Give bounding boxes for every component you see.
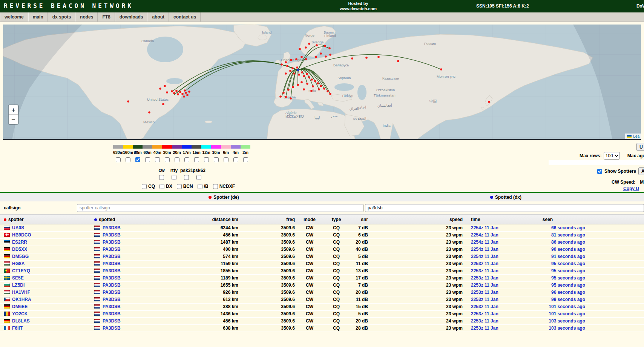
- show-spotters-checkbox[interactable]: [597, 169, 602, 174]
- spotter-dot[interactable]: [324, 45, 326, 47]
- nav-tab-ft8[interactable]: FT8: [98, 12, 115, 21]
- dxwatch-link[interactable]: DxWa: [636, 3, 644, 9]
- spotted-callsign-link[interactable]: PA3DSB: [103, 318, 121, 324]
- column-header-distance[interactable]: distance km: [173, 215, 241, 224]
- map-attribution[interactable]: Lea: [625, 134, 641, 139]
- spotter-dot[interactable]: [285, 96, 287, 98]
- spotter-dot[interactable]: [186, 94, 189, 96]
- spotted-callsign-link[interactable]: PA3DSB: [103, 290, 121, 295]
- spotter-dot[interactable]: [315, 56, 317, 58]
- spotter-callsign-link[interactable]: UA0S: [12, 225, 24, 230]
- spotter-dot[interactable]: [303, 88, 305, 91]
- column-header-freq[interactable]: freq: [241, 215, 298, 224]
- spotter-dot[interactable]: [317, 82, 319, 84]
- spotter-dot[interactable]: [296, 66, 298, 69]
- update-button[interactable]: U: [636, 143, 644, 151]
- spotted-callsign-link[interactable]: PA3DSB: [103, 225, 121, 230]
- band-checkbox-17m[interactable]: [184, 157, 189, 162]
- spotter-dot[interactable]: [282, 92, 285, 94]
- spotter-dot[interactable]: [306, 83, 308, 85]
- spotter-dot[interactable]: [301, 71, 303, 74]
- spotter-dot[interactable]: [290, 97, 292, 100]
- spotter-dot[interactable]: [188, 91, 190, 93]
- nav-tab-about[interactable]: about: [147, 12, 169, 21]
- spotter-dot[interactable]: [290, 59, 292, 61]
- spotter-dot[interactable]: [301, 81, 303, 83]
- time-link[interactable]: 2254z 11 Jan: [471, 232, 498, 238]
- type-checkbox-DX[interactable]: [159, 184, 164, 189]
- spotter-dot[interactable]: [440, 68, 442, 71]
- column-header-speed[interactable]: speed: [371, 215, 466, 224]
- spotter-dot[interactable]: [183, 95, 185, 98]
- hosted-by-link[interactable]: Hosted by www.dxwatch.com: [328, 1, 389, 12]
- column-header-seen[interactable]: seen: [507, 215, 588, 224]
- spotter-dot[interactable]: [289, 70, 291, 72]
- spotted-callsign-link[interactable]: PA3DSB: [103, 247, 121, 252]
- column-header-mode[interactable]: mode: [298, 215, 321, 224]
- nav-tab-welcome[interactable]: welcome: [0, 12, 28, 21]
- column-header-snr[interactable]: snr: [351, 215, 371, 224]
- spotter-dot[interactable]: [377, 56, 380, 58]
- spotter-dot[interactable]: [285, 72, 287, 75]
- nav-tab-contact-us[interactable]: contact us: [169, 12, 201, 21]
- spotter-dot[interactable]: [292, 86, 294, 88]
- spotter-dot[interactable]: [311, 78, 313, 81]
- spotter-dot[interactable]: [177, 93, 179, 95]
- spotter-dot[interactable]: [286, 65, 288, 67]
- spotter-callsign-link[interactable]: OK1HRA: [12, 297, 31, 302]
- spotter-dot[interactable]: [308, 76, 310, 78]
- spotter-dot[interactable]: [316, 44, 318, 46]
- spotter-dot[interactable]: [184, 89, 186, 92]
- time-link[interactable]: 2254z 11 Jan: [471, 254, 498, 259]
- spotter-dot[interactable]: [175, 90, 178, 92]
- nav-tab-main[interactable]: main: [28, 12, 48, 21]
- spotted-callsign-link[interactable]: PA3DSB: [103, 261, 121, 266]
- spotter-dot[interactable]: [179, 91, 181, 93]
- spotter-dot[interactable]: [327, 90, 329, 92]
- type-checkbox-BCN[interactable]: [177, 184, 182, 189]
- spotted-callsign-input[interactable]: [365, 204, 644, 212]
- band-checkbox-15m[interactable]: [194, 157, 199, 162]
- mode-checkbox-psk63[interactable]: [196, 175, 201, 180]
- spotter-callsign-link[interactable]: DM6EE: [12, 304, 28, 309]
- band-checkbox-40m[interactable]: [155, 157, 160, 162]
- mode-checkbox-rtty[interactable]: [172, 175, 176, 180]
- spotter-dot[interactable]: [323, 88, 325, 90]
- spotted-callsign-link[interactable]: PA3DSB: [103, 311, 121, 316]
- site-logo[interactable]: REVERSE BEACON NETWORK: [4, 2, 133, 9]
- spotter-callsign-link[interactable]: HG8A: [12, 261, 25, 266]
- max-rows-select[interactable]: 100: [604, 152, 620, 160]
- time-link[interactable]: 2253z 11 Jan: [471, 268, 498, 273]
- spotter-dot[interactable]: [293, 72, 295, 75]
- band-checkbox-60m[interactable]: [145, 157, 150, 162]
- spotter-dot[interactable]: [320, 52, 322, 55]
- time-link[interactable]: 2253z 11 Jan: [471, 297, 498, 302]
- spotter-dot[interactable]: [299, 48, 301, 50]
- time-link[interactable]: 2253z 11 Jan: [471, 261, 498, 266]
- time-link[interactable]: 2254z 11 Jan: [471, 240, 498, 245]
- spotter-callsign-link[interactable]: HB9DCO: [12, 232, 31, 238]
- mode-checkbox-cw[interactable]: [159, 175, 164, 180]
- spotter-dot[interactable]: [159, 88, 161, 90]
- map-zoom-in-button[interactable]: +: [9, 105, 18, 115]
- spotter-dot[interactable]: [318, 88, 320, 91]
- spotter-dot[interactable]: [328, 47, 331, 49]
- spotted-callsign-link[interactable]: PA3DSB: [103, 297, 121, 302]
- band-checkbox-4m[interactable]: [233, 157, 238, 162]
- time-link[interactable]: 2253z 11 Jan: [471, 326, 498, 331]
- spotter-dot[interactable]: [305, 58, 307, 60]
- spotted-callsign-link[interactable]: PA3DSB: [103, 304, 121, 309]
- world-map[interactable]: CanadaUnited StatesMéxicoIslandNorgeSver…: [3, 25, 641, 140]
- spotted-callsign-link[interactable]: PA3DSB: [103, 275, 121, 281]
- spotted-callsign-link[interactable]: PA3DSB: [103, 232, 121, 238]
- spotter-callsign-link[interactable]: DM5GG: [12, 254, 29, 259]
- spotted-hub-dot[interactable]: [297, 69, 299, 71]
- time-link[interactable]: 2253z 11 Jan: [471, 304, 498, 309]
- spotter-dot[interactable]: [320, 85, 322, 87]
- spotter-dot[interactable]: [295, 58, 297, 60]
- time-link[interactable]: 2253z 11 Jan: [471, 275, 498, 281]
- spotted-callsign-link[interactable]: PA3DSB: [103, 326, 121, 331]
- column-header-time[interactable]: time: [466, 215, 507, 224]
- spotter-dot[interactable]: [365, 57, 368, 59]
- mode-checkbox-psk31[interactable]: [184, 175, 189, 180]
